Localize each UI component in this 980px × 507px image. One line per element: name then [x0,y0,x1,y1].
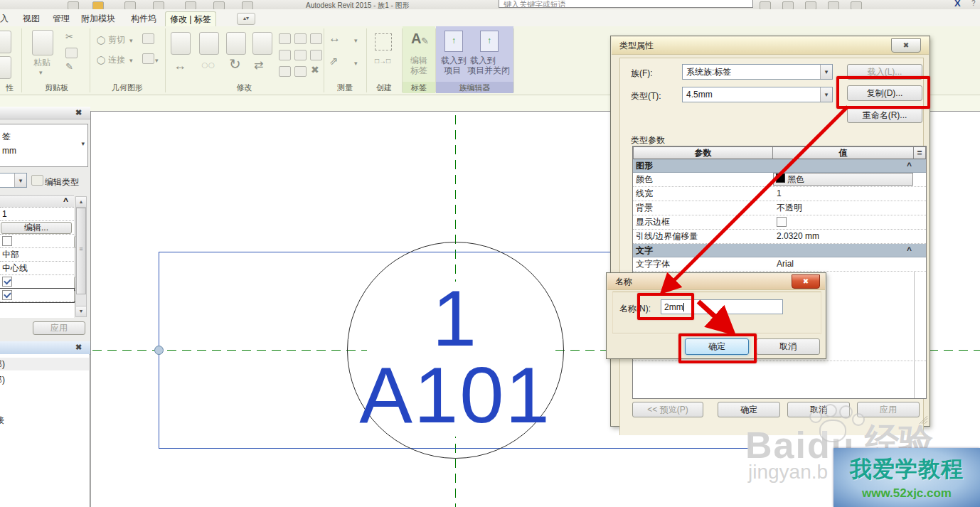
collapse-icon[interactable]: ^ [63,196,68,208]
trim-corner-icon[interactable] [279,66,291,77]
tab-modify-label[interactable]: 修改 | 标签 [165,11,216,27]
load-project-line2[interactable]: 项目 [444,65,461,77]
split-element-icon[interactable] [226,32,246,55]
measure-dropdown-icon[interactable]: ▾ [354,36,358,46]
align-icon[interactable] [171,32,191,55]
table-row-lineweight[interactable]: 线宽1 [633,187,926,201]
group-row-text[interactable]: 文字^ [633,244,926,257]
properties-palette-header[interactable]: ✖ [0,107,90,119]
search-input[interactable]: 键入关键字或短语 [499,0,753,8]
project-browser-header[interactable]: ✖ [0,341,90,355]
scale-icon[interactable] [279,50,291,60]
trim-icon[interactable] [310,50,322,60]
edit-label-icon[interactable]: A [411,31,421,47]
column-header-parameter[interactable]: 参数 [633,146,773,159]
table-row-background[interactable]: 背景不透明 [633,201,926,215]
column-header-eq[interactable]: = [913,146,926,159]
scroll-down-icon[interactable]: ▼ [76,306,86,316]
scroll-up-icon[interactable]: ▲ [76,197,86,208]
tab-cworks[interactable]: 构件坞 [127,11,161,26]
reference-handle[interactable] [154,346,164,355]
tag-label-number[interactable]: 1 [313,279,597,358]
properties-scrollbar[interactable]: ▲ ≡ ▼ [75,196,87,317]
measure-length-icon[interactable]: ↔ [329,33,341,43]
help-icon[interactable]: ? [971,0,976,7]
edit-label-value-button[interactable]: 编辑... [1,222,72,234]
table-row-color[interactable]: 颜色 黑色 [633,173,926,187]
demolish-icon[interactable] [142,53,154,64]
table-row-showborder[interactable]: 显示边框 [633,215,926,230]
checkbox-unchecked[interactable] [777,217,787,227]
checkbox-checked[interactable] [2,277,12,287]
join-dropdown-icon[interactable]: ▾ [129,55,133,65]
unpin-icon[interactable] [294,50,307,60]
property-valign-value[interactable]: 中部 [0,248,74,262]
scrollbar-thumb[interactable]: ≡ [76,208,86,294]
geometry-more-dropdown-icon[interactable]: ▾ [155,55,159,65]
paste-dropdown-icon[interactable]: ▾ [39,68,43,78]
family-combo[interactable]: 系统族:标签▾ [682,64,833,80]
dialog-title-bar[interactable]: 类型属性 [612,37,929,55]
table-row-leaderoffset[interactable]: 引线/边界偏移量2.0320 mm [633,230,926,244]
properties-icon[interactable] [0,31,11,53]
close-icon[interactable]: ✖ [891,38,921,53]
component-icon[interactable]: □→□ [375,56,390,66]
group-row-graphics[interactable]: 图形^ [633,159,926,173]
load-close-line2[interactable]: 项目并关闭 [467,65,510,77]
property-visible-row[interactable] [0,289,74,302]
property-lineweight-value[interactable]: 1 [0,208,74,221]
measure-angle-icon[interactable]: ⇗ [329,56,339,66]
property-keepreadable-row[interactable] [0,275,74,289]
property-align-value[interactable]: 中心线 [0,262,74,275]
tab-insert[interactable]: 入 [0,11,13,26]
tree-item[interactable]: 部) [0,374,5,386]
geometry-cut-label[interactable]: 剪切 [108,34,125,46]
offset-icon[interactable] [279,33,291,44]
tab-addins[interactable]: 附加模块 [77,11,119,26]
family-types-icon[interactable] [0,56,11,79]
mirror-icon[interactable]: ⇄ [254,60,263,70]
property-wrap-row[interactable] [0,235,74,248]
dimension-dropdown-icon[interactable]: ▾ [354,58,358,68]
search-filter-combo[interactable]: ▾ [0,173,27,188]
move-icon[interactable]: ↔ [174,60,186,70]
copy-element-icon[interactable]: ◌◌ [201,60,215,70]
geometry-join-label[interactable]: 连接 [108,54,125,66]
type-selector-dropdown-icon[interactable]: ▾ [81,140,85,147]
cut-icon[interactable]: ✂ [65,32,73,42]
project-browser-tree[interactable]: 部) 部) 接 [0,354,90,507]
close-icon[interactable]: ✖ [75,108,82,117]
cope-icon[interactable] [199,32,219,55]
properties-group-header[interactable]: ^ [0,196,74,208]
paste-icon[interactable] [32,30,53,55]
preview-button[interactable]: << 预览(P) [632,402,703,417]
group-icon[interactable] [375,33,392,50]
pin-icon[interactable] [310,33,322,44]
copy-icon[interactable] [65,48,78,58]
tree-item[interactable]: 部) [0,358,5,370]
checkbox-checked[interactable] [2,290,12,300]
checkbox-unchecked[interactable] [2,236,12,246]
type-selector[interactable]: 签 mm ▾ [0,124,88,167]
split-with-gap-icon[interactable] [252,32,272,55]
trim-multi-icon[interactable] [294,66,307,77]
close-icon[interactable]: ✖ [792,274,820,289]
apply-button[interactable]: 应用 [33,321,85,335]
edit-label-line2[interactable]: 标签 [410,65,427,77]
table-row-textfont[interactable]: 文字字体Arial [633,257,926,272]
tab-manage[interactable]: 管理 [48,11,74,26]
type-combo[interactable]: 4.5mm▾ [682,87,833,102]
color-value-button[interactable]: 黑色 [773,173,913,186]
close-icon[interactable]: ✖ [75,343,82,352]
tab-view[interactable]: 视图 [18,11,44,26]
tag-label-text[interactable]: A101 [313,356,597,435]
ribbon-collapse-button[interactable]: ▴▾ [237,13,255,25]
ok-button[interactable]: 确定 [718,402,780,417]
array-icon[interactable] [294,33,307,44]
match-type-icon[interactable]: ✎ [65,62,73,72]
solid-icon[interactable] [142,33,154,44]
cut-dropdown-icon[interactable]: ▾ [129,36,133,46]
rename-button[interactable]: 重命名(R)... [847,107,922,123]
cancel-button[interactable]: 取消 [756,338,820,355]
column-header-value[interactable]: 值 [772,146,914,159]
